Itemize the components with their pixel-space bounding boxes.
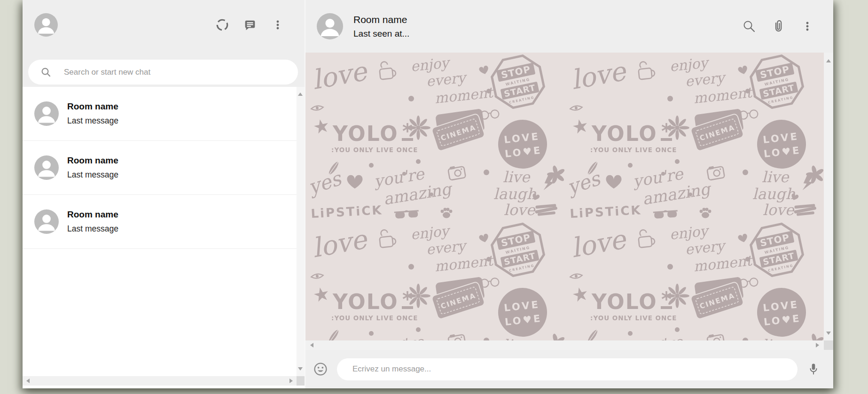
chat-title: Room name [67,209,118,220]
sidebar-menu-button[interactable] [270,17,286,33]
profile-avatar[interactable] [34,13,58,37]
conversation-menu-button[interactable] [799,18,815,34]
scroll-down-arrow[interactable] [826,332,831,335]
conversation-header: Room name Last seen at... [305,0,833,53]
sidebar-header [23,0,305,50]
new-chat-icon [243,18,257,32]
person-icon [34,101,59,126]
attach-button[interactable] [770,18,786,34]
chat-list: Room name Last message Room name Last me… [23,87,305,376]
emoji-icon [313,362,328,377]
chat-list-item[interactable]: Room name Last message [23,195,305,249]
chat-avatar [34,209,59,234]
scroll-down-arrow[interactable] [298,367,303,371]
status-button[interactable] [214,17,230,33]
chat-title: Room name [67,101,118,112]
emoji-button[interactable] [312,360,329,378]
message-area: loveenjoyeverymoment.STOPWAITINGSTARTCRE… [305,53,833,350]
search-bar[interactable] [28,60,298,85]
scroll-left-arrow[interactable] [26,379,30,383]
menu-icon [801,20,814,33]
scroll-right-arrow[interactable] [289,379,293,383]
scroll-up-arrow[interactable] [298,93,303,96]
chat-wallpaper: loveenjoyeverymoment.STOPWAITINGSTARTCRE… [305,53,824,340]
person-icon [34,155,59,180]
status-icon [215,18,229,32]
scroll-right-arrow[interactable] [816,343,819,348]
message-input[interactable] [352,364,786,374]
microphone-icon [806,362,821,376]
voice-record-button[interactable] [805,361,822,378]
chat-last-message: Last message [67,224,118,234]
chat-app-window: Room name Last message Room name Last me… [23,0,833,388]
chat-last-message: Last message [67,170,118,180]
person-icon [34,13,58,37]
menu-icon [271,18,284,31]
search-zone [23,50,305,87]
conversation-panel: Room name Last seen at... [305,0,833,388]
chat-list-item[interactable]: Room name Last message [23,141,305,195]
person-icon [34,209,59,234]
scroll-up-arrow[interactable] [826,59,831,62]
sidebar-footer-strip [23,386,305,388]
conversation-title: Room name [353,14,409,25]
chat-list-item[interactable]: Room name Last message [23,87,305,141]
conversation-avatar[interactable] [317,13,343,39]
chat-avatar [34,155,59,180]
attach-icon [771,19,785,33]
chat-title: Room name [67,155,118,166]
person-icon [317,13,343,39]
new-chat-button[interactable] [242,17,258,33]
doodle-pattern: loveenjoyeverymoment.STOPWAITINGSTARTCRE… [305,53,824,340]
composer-bar [305,350,833,388]
sidebar-vertical-scrollbar[interactable] [297,87,305,376]
chat-last-message: Last message [67,116,118,126]
sidebar: Room name Last message Room name Last me… [23,0,305,388]
search-input[interactable] [64,68,289,77]
search-icon [742,19,756,33]
scrollbar-corner [824,340,833,350]
message-input-pill [337,358,798,380]
scroll-left-arrow[interactable] [310,343,313,348]
conversation-search-button[interactable] [741,18,757,34]
chat-avatar [34,101,59,126]
message-horizontal-scrollbar[interactable] [305,340,824,350]
scrollbar-corner [297,376,305,386]
sidebar-horizontal-scrollbar[interactable] [23,376,297,386]
message-vertical-scrollbar[interactable] [824,53,833,340]
search-icon [40,67,52,78]
conversation-subtitle: Last seen at... [353,29,409,39]
